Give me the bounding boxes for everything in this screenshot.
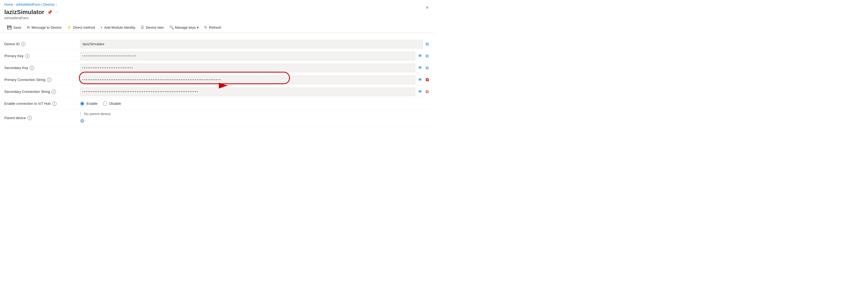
device-id-actions: ⧉ bbox=[425, 40, 430, 48]
enable-disable-radio-group: Enable Disable bbox=[80, 101, 121, 106]
device-id-input[interactable] bbox=[80, 40, 423, 49]
secondary-conn-field: 👁 ⧉ bbox=[80, 87, 430, 96]
parent-device-label: Parent device i bbox=[4, 114, 80, 122]
secondary-conn-input[interactable] bbox=[80, 87, 415, 96]
device-panel: Home › iotHubWindFarm | Devices › lazizS… bbox=[0, 0, 434, 132]
primary-key-field: 👁 ⧉ bbox=[80, 52, 430, 60]
secondary-conn-row: Secondary Connection String i 👁 ⧉ bbox=[4, 86, 430, 98]
breadcrumb-sep2: › bbox=[56, 3, 57, 6]
device-twin-label: Device twin bbox=[146, 25, 164, 30]
add-module-identity-button[interactable]: + Add Module Identity bbox=[98, 24, 138, 31]
device-id-row: Device ID i ⧉ bbox=[4, 38, 430, 50]
primary-key-visibility-button[interactable]: 👁 bbox=[417, 53, 424, 60]
manage-keys-icon: 🔍 bbox=[169, 25, 174, 30]
pin-icon[interactable]: 📌 bbox=[47, 10, 53, 15]
secondary-conn-copy-button[interactable]: ⧉ bbox=[425, 88, 430, 95]
disable-radio-text: Disable bbox=[109, 101, 121, 106]
enable-radio-label[interactable]: Enable bbox=[80, 101, 97, 106]
device-id-field: ⧉ bbox=[80, 40, 430, 49]
primary-conn-visibility-button[interactable]: 👁 bbox=[417, 76, 424, 83]
subtitle: iotHubWindFarm bbox=[0, 16, 434, 22]
refresh-label: Refresh bbox=[209, 25, 221, 30]
secondary-key-row: Secondary Key i 👁 ⧉ bbox=[4, 62, 430, 74]
parent-device-row: Parent device i No parent device ⚙ bbox=[4, 110, 430, 126]
disable-radio-input[interactable] bbox=[103, 101, 107, 106]
primary-conn-info-icon[interactable]: i bbox=[47, 78, 51, 82]
add-icon: + bbox=[100, 25, 102, 30]
primary-conn-copy-button[interactable]: ⧉ bbox=[425, 76, 430, 83]
breadcrumb-sep1: › bbox=[14, 3, 15, 6]
save-icon: 💾 bbox=[7, 25, 12, 30]
enable-conn-label: Enable connection to IoT Hub i bbox=[4, 99, 80, 108]
secondary-key-copy-button[interactable]: ⧉ bbox=[425, 64, 430, 71]
secondary-key-label: Secondary Key i bbox=[4, 64, 80, 72]
close-button[interactable]: × bbox=[426, 5, 429, 10]
save-label: Save bbox=[13, 25, 21, 30]
parent-device-info-icon[interactable]: i bbox=[28, 116, 32, 120]
parent-device-field: No parent device ⚙ bbox=[80, 110, 430, 126]
primary-conn-actions: 👁 ⧉ bbox=[417, 76, 430, 83]
message-label: Message to Device bbox=[32, 25, 62, 30]
secondary-key-input[interactable] bbox=[80, 64, 415, 72]
enable-radio-input[interactable] bbox=[80, 101, 84, 106]
dropdown-arrow-icon: ▾ bbox=[197, 25, 199, 30]
device-id-copy-button[interactable]: ⧉ bbox=[425, 40, 430, 48]
primary-conn-row: Primary Connection String i 👁 ⧉ bbox=[4, 74, 430, 86]
secondary-conn-actions: 👁 ⧉ bbox=[417, 88, 430, 95]
primary-conn-label: Primary Connection String i bbox=[4, 76, 80, 84]
enable-conn-info-icon[interactable]: i bbox=[52, 101, 57, 106]
primary-key-actions: 👁 ⧉ bbox=[417, 53, 430, 60]
parent-device-area: No parent device ⚙ bbox=[80, 110, 111, 126]
enable-conn-row: Enable connection to IoT Hub i Enable Di… bbox=[4, 98, 430, 110]
title-area: lazizSimulator 📌 ··· × bbox=[0, 7, 434, 16]
secondary-conn-label: Secondary Connection String i bbox=[4, 87, 80, 96]
device-id-label: Device ID i bbox=[4, 40, 80, 49]
secondary-conn-visibility-button[interactable]: 👁 bbox=[417, 88, 424, 95]
manage-keys-label: Manage keys bbox=[175, 25, 196, 30]
save-button[interactable]: 💾 Save bbox=[4, 24, 24, 31]
parent-device-text: No parent device bbox=[80, 112, 111, 116]
add-module-label: Add Module Identity bbox=[104, 25, 135, 30]
device-id-info-icon[interactable]: i bbox=[21, 42, 25, 46]
enable-conn-field: Enable Disable bbox=[80, 101, 430, 106]
direct-method-icon: ⚡ bbox=[67, 25, 71, 30]
device-twin-button[interactable]: ☰ Device twin bbox=[138, 24, 166, 31]
disable-radio-label[interactable]: Disable bbox=[103, 101, 121, 106]
message-to-device-button[interactable]: ✉ Message to Device bbox=[24, 24, 64, 31]
toolbar: 💾 Save ✉ Message to Device ⚡ Direct meth… bbox=[0, 22, 434, 33]
manage-keys-button[interactable]: 🔍 Manage keys ▾ bbox=[166, 24, 202, 31]
primary-key-row: Primary Key i 👁 ⧉ bbox=[4, 50, 430, 62]
direct-method-button[interactable]: ⚡ Direct method bbox=[64, 24, 98, 31]
breadcrumb: Home › iotHubWindFarm | Devices › bbox=[0, 0, 434, 7]
breadcrumb-hub[interactable]: iotHubWindFarm | Devices bbox=[16, 3, 55, 6]
message-icon: ✉ bbox=[27, 25, 30, 30]
secondary-conn-info-icon[interactable]: i bbox=[52, 90, 56, 94]
page-title: lazizSimulator bbox=[4, 9, 44, 16]
parent-device-gear-icon[interactable]: ⚙ bbox=[80, 118, 84, 124]
main-content: Device ID i ⧉ Primary Key i 👁 ⧉ bbox=[0, 33, 434, 132]
primary-key-label: Primary Key i bbox=[4, 52, 80, 60]
primary-conn-input[interactable] bbox=[80, 76, 415, 84]
enable-radio-text: Enable bbox=[87, 101, 97, 106]
secondary-key-visibility-button[interactable]: 👁 bbox=[417, 64, 424, 71]
refresh-button[interactable]: ↻ Refresh bbox=[202, 24, 224, 31]
secondary-key-actions: 👁 ⧉ bbox=[417, 64, 430, 71]
more-icon[interactable]: ··· bbox=[55, 10, 59, 14]
secondary-key-info-icon[interactable]: i bbox=[30, 66, 34, 70]
secondary-key-field: 👁 ⧉ bbox=[80, 64, 430, 72]
primary-key-copy-button[interactable]: ⧉ bbox=[425, 53, 430, 60]
primary-key-info-icon[interactable]: i bbox=[25, 54, 29, 58]
direct-method-label: Direct method bbox=[73, 25, 95, 30]
primary-conn-field: 👁 ⧉ bbox=[80, 76, 430, 84]
refresh-icon: ↻ bbox=[204, 25, 208, 30]
breadcrumb-home[interactable]: Home bbox=[4, 3, 13, 6]
device-twin-icon: ☰ bbox=[141, 25, 144, 30]
primary-key-input[interactable] bbox=[80, 52, 415, 60]
